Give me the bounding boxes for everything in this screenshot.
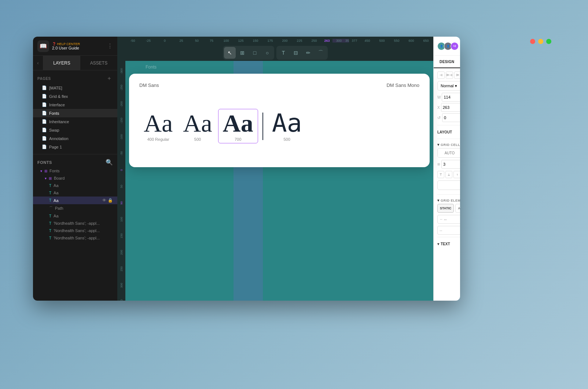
font-weight-label: 400 Regular <box>147 137 169 142</box>
page-item-swap[interactable]: 📄 Swap <box>33 126 117 134</box>
circle-tool[interactable]: ○ <box>261 47 273 59</box>
page-icon: 📄 <box>42 102 47 107</box>
col-icon: ⊞ <box>437 162 440 166</box>
layer-nordhealth-3[interactable]: T 'Nordhealth Sans'; -appl... <box>33 234 117 242</box>
layers-assets-tabs: ‹ LAYERS ASSETS <box>33 56 117 70</box>
tab-prev-button[interactable]: ‹ <box>33 56 43 70</box>
page-icon: 📄 <box>42 85 47 90</box>
frame-tool[interactable]: ⊞ <box>236 47 248 59</box>
width-input[interactable] <box>442 93 460 102</box>
tab-layers[interactable]: LAYERS <box>43 56 80 70</box>
tab-design[interactable]: DESIGN <box>434 56 460 68</box>
maximize-button[interactable] <box>546 39 551 44</box>
font-divider <box>262 113 263 140</box>
position-group: STATIC ABSOLUTE Z -- <box>437 204 460 213</box>
window-subtitle: 2.0 User Guide <box>52 46 104 50</box>
divider-1 <box>437 125 460 125</box>
lock-icon[interactable]: 🔒 <box>108 198 113 203</box>
text-icon: T <box>49 214 51 218</box>
cursor-tool[interactable]: ↖ <box>224 47 236 59</box>
page-item-fonts[interactable]: 📄 Fonts <box>33 109 117 117</box>
layout-section-header: LAYOUT + <box>437 128 460 136</box>
divider-3 <box>437 194 460 195</box>
curve-tool[interactable]: ⌒ <box>315 47 327 59</box>
help-tag: ❓ HELP CENTER <box>52 42 104 46</box>
ruler-mark: -200 <box>120 96 123 112</box>
layer-nordhealth-2[interactable]: T 'Nordhealth Sans'; -appl... <box>33 227 117 234</box>
text-section-header: ▾ TEXT + <box>437 239 460 248</box>
page-item-annotation[interactable]: 📄 Annotation <box>33 134 117 143</box>
page-icon: 📄 <box>42 136 47 141</box>
app-window: 📖 ❓ HELP CENTER 2.0 User Guide ⋮ ‹ LAYER… <box>33 37 460 301</box>
font-weight-label: 500 <box>283 137 290 142</box>
align-center-h-button[interactable]: ⊢⊣ <box>446 71 453 79</box>
rotation-input[interactable] <box>442 113 460 122</box>
font-card: DM Sans DM Sans Mono Aa 400 Regular Aa 5… <box>129 74 430 167</box>
font-samples: Aa 400 Regular Aa 500 Aa 700 <box>139 91 419 161</box>
align-right-button[interactable]: ⊢ <box>454 71 460 79</box>
absolute-position-button[interactable]: ABSOLUTE <box>455 204 460 213</box>
text-tool[interactable]: T <box>278 47 289 59</box>
layer-actions: 👁 🔒 <box>102 198 113 203</box>
page-icon: 📄 <box>42 128 47 132</box>
layer-aa-2[interactable]: T Aa <box>33 189 117 197</box>
image-tool[interactable]: ⊟ <box>290 47 302 59</box>
layers-section: FONTS 🔍 ▾ ⊞ Fonts ▾ ⊞ Board T Aa T Aa <box>33 154 117 301</box>
font-name-2: DM Sans Mono <box>386 82 419 88</box>
page-item-inheritance[interactable]: 📄 Inheritance <box>33 117 117 126</box>
search-layers-button[interactable]: 🔍 <box>106 159 113 166</box>
tool-group-draw: T ⊟ ✏ ⌒ <box>276 46 328 60</box>
ruler-mark: -250 <box>120 79 123 96</box>
close-button[interactable] <box>530 39 535 44</box>
text-icon: T <box>49 221 51 225</box>
page-item-grid[interactable]: 📄 Grid & flex <box>33 92 117 100</box>
page-icon-active: 📄 <box>42 111 47 115</box>
col-span-input[interactable] <box>441 160 460 169</box>
page-item-interface[interactable]: 📄 Interface <box>33 100 117 109</box>
layout-label: LAYOUT <box>437 130 452 134</box>
layer-path[interactable]: ⌒ Path <box>33 204 117 212</box>
width-sizing-input[interactable] <box>444 217 460 221</box>
grid-align-top-center[interactable]: ⊥ <box>445 171 452 178</box>
canvas-surface[interactable]: Fonts DM Sans DM Sans Mono Aa 400 Regula… <box>125 61 433 301</box>
x-input[interactable] <box>441 103 460 112</box>
help-center-info: ❓ HELP CENTER 2.0 User Guide <box>52 42 104 50</box>
ruler-mark: 350 <box>120 294 123 301</box>
pen-tool[interactable]: ✏ <box>302 47 314 59</box>
grid-element-label: ▾ GRID ELEMENT <box>437 198 460 202</box>
font-sample-bold-selected[interactable]: Aa 700 <box>218 109 258 143</box>
minimize-button[interactable] <box>538 39 543 44</box>
layer-aa-selected[interactable]: T Aa 👁 🔒 <box>33 197 117 204</box>
question-icon: ❓ <box>52 42 56 46</box>
tab-assets[interactable]: ASSETS <box>80 56 117 70</box>
visibility-icon[interactable]: 👁 <box>102 198 106 203</box>
inspector-header: 👤 👤 +2 ✓ 100% 💬 ↩ ▶ <box>434 37 460 56</box>
more-options-button[interactable]: ⋮ <box>107 43 113 49</box>
layer-fonts-root[interactable]: ▾ ⊞ Fonts <box>33 167 117 175</box>
edit-grid-button[interactable]: EDIT GRID <box>437 180 460 190</box>
auto-mode-button[interactable]: AUTO <box>438 148 460 157</box>
page-icon: 📄 <box>42 119 47 124</box>
rect-tool[interactable]: □ <box>249 47 261 59</box>
layer-nordhealth-1[interactable]: T 'Nordhealth Sans'; -appl... <box>33 220 117 227</box>
grid-align-top-left[interactable]: ⊤ <box>437 171 444 178</box>
path-icon: ⌒ <box>49 206 53 211</box>
layer-aa-1[interactable]: T Aa <box>33 182 117 189</box>
grid-align-top-right[interactable]: ↑ <box>453 171 460 178</box>
align-left-button[interactable]: ⊣ <box>437 71 445 79</box>
left-sidebar: 📖 ❓ HELP CENTER 2.0 User Guide ⋮ ‹ LAYER… <box>33 37 117 301</box>
page-item-page1[interactable]: 📄 Page 1 <box>33 143 117 151</box>
font-sample-display: Aa <box>183 111 212 136</box>
add-page-button[interactable]: + <box>106 75 113 82</box>
layers-label: FONTS <box>37 160 52 165</box>
vertical-ruler: -300 -250 -200 -150 -100 -50 0 50 90 100… <box>117 61 125 301</box>
avatar-group: 👤 👤 +2 <box>437 42 459 50</box>
layer-board[interactable]: ▾ ⊞ Board <box>33 175 117 182</box>
static-position-button[interactable]: STATIC <box>437 204 454 213</box>
xy-row: X Y <box>437 103 460 112</box>
text-icon: T <box>49 191 51 195</box>
blend-mode-dropdown[interactable]: Normal ▾ <box>437 81 460 91</box>
text-icon: T <box>49 184 51 188</box>
page-item-mate[interactable]: 📄 [MATE] <box>33 84 117 92</box>
layer-aa-3[interactable]: T Aa <box>33 212 117 220</box>
